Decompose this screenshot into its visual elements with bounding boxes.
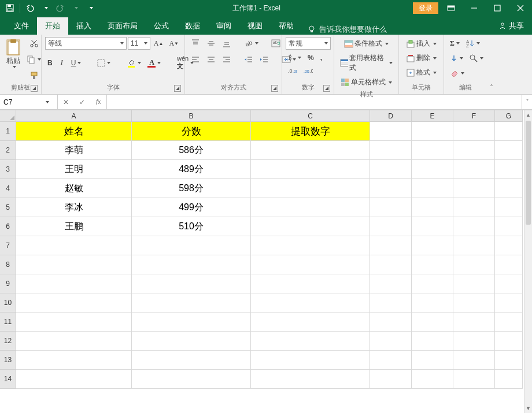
formula-input[interactable] (107, 95, 522, 109)
cell-C4[interactable] (251, 179, 370, 198)
cell-A6[interactable]: 王鹏 (16, 217, 132, 236)
insert-function-button[interactable]: fx (90, 98, 106, 106)
underline-button[interactable]: U (69, 57, 84, 69)
row-header-3[interactable]: 3 (0, 160, 16, 179)
cell-F4[interactable] (453, 179, 495, 198)
tab-insert[interactable]: 插入 (68, 17, 99, 35)
undo-dropdown[interactable] (39, 2, 51, 14)
cell-C11[interactable] (251, 312, 370, 332)
format-painter-button[interactable] (24, 69, 43, 82)
ribbon-display-button[interactable] (439, 0, 463, 16)
cell-G4[interactable] (495, 179, 523, 198)
cell-F12[interactable] (453, 332, 495, 351)
clipboard-dialog-launcher[interactable]: ◢ (31, 85, 38, 92)
row-header-11[interactable]: 11 (0, 312, 16, 332)
cell-A1[interactable]: 姓名 (16, 122, 132, 141)
clear-button[interactable] (448, 67, 467, 80)
name-box-input[interactable] (3, 98, 44, 106)
col-header-C[interactable]: C (251, 110, 370, 122)
cell-D13[interactable] (370, 351, 412, 370)
borders-button[interactable] (95, 57, 113, 69)
find-select-button[interactable] (467, 52, 486, 65)
col-header-D[interactable]: D (370, 110, 412, 122)
insert-cells-button[interactable]: 插入 (402, 37, 440, 50)
cell-E7[interactable] (412, 236, 453, 255)
font-color-button[interactable]: A (147, 56, 163, 70)
cell-D5[interactable] (370, 198, 412, 217)
tab-view[interactable]: 视图 (239, 17, 271, 35)
cell-F6[interactable] (453, 217, 495, 236)
undo-button[interactable] (24, 2, 36, 14)
cell-F11[interactable] (453, 312, 495, 332)
cut-button[interactable] (24, 37, 43, 50)
redo-dropdown[interactable] (69, 2, 82, 14)
cell-A5[interactable]: 李冰 (16, 198, 132, 217)
cell-B11[interactable] (132, 312, 251, 332)
cell-D7[interactable] (370, 236, 412, 255)
align-right-button[interactable] (220, 53, 234, 66)
close-button[interactable] (509, 0, 532, 16)
cell-B2[interactable]: 586分 (132, 141, 251, 160)
cell-E3[interactable] (412, 160, 453, 179)
cell-D10[interactable] (370, 293, 412, 312)
format-cells-button[interactable]: 格式 (402, 66, 440, 79)
decrease-decimal-button[interactable]: .00.0 (301, 66, 315, 76)
cell-D4[interactable] (370, 179, 412, 198)
cell-B12[interactable] (132, 332, 251, 351)
name-box[interactable] (0, 95, 58, 109)
cell-E9[interactable] (412, 274, 453, 293)
cell-D8[interactable] (370, 255, 412, 274)
row-header-1[interactable]: 1 (0, 122, 16, 141)
cell-E1[interactable] (412, 122, 453, 141)
row-header-2[interactable]: 2 (0, 141, 16, 160)
cell-G13[interactable] (495, 351, 523, 370)
col-header-B[interactable]: B (132, 110, 251, 122)
col-header-G[interactable]: G (495, 110, 523, 122)
scroll-up-button[interactable]: ▲ (524, 110, 532, 120)
autosum-button[interactable]: Σ (448, 38, 462, 50)
cell-F14[interactable] (453, 370, 495, 389)
percent-button[interactable]: % (305, 52, 316, 64)
cell-B14[interactable] (132, 370, 251, 389)
row-header-4[interactable]: 4 (0, 179, 16, 198)
currency-button[interactable]: ₿ (286, 52, 304, 64)
align-center-button[interactable] (204, 53, 218, 66)
cell-G7[interactable] (495, 236, 523, 255)
tab-file[interactable]: 文件 (6, 17, 37, 35)
cell-B6[interactable]: 510分 (132, 217, 251, 236)
cell-B10[interactable] (132, 293, 251, 312)
cell-E8[interactable] (412, 255, 453, 274)
cell-E13[interactable] (412, 351, 453, 370)
cell-D2[interactable] (370, 141, 412, 160)
alignment-dialog-launcher[interactable]: ◢ (271, 85, 278, 92)
italic-button[interactable]: I (58, 57, 65, 69)
cell-F13[interactable] (453, 351, 495, 370)
cell-F1[interactable] (453, 122, 495, 141)
scroll-thumb[interactable] (526, 121, 531, 225)
cell-D3[interactable] (370, 160, 412, 179)
cell-E6[interactable] (412, 217, 453, 236)
vertical-scrollbar[interactable]: ▲ ▼ (524, 110, 532, 413)
col-header-A[interactable]: A (16, 110, 132, 122)
cell-F3[interactable] (453, 160, 495, 179)
cell-C2[interactable] (251, 141, 370, 160)
font-dialog-launcher[interactable]: ◢ (174, 85, 181, 92)
fill-color-button[interactable] (124, 57, 143, 69)
row-header-5[interactable]: 5 (0, 198, 16, 217)
font-name-select[interactable]: 等线 (45, 37, 127, 50)
cell-C9[interactable] (251, 274, 370, 293)
cell-C13[interactable] (251, 351, 370, 370)
col-header-F[interactable]: F (453, 110, 495, 122)
delete-cells-button[interactable]: 删除 (402, 51, 440, 65)
cell-D11[interactable] (370, 312, 412, 332)
cell-B3[interactable]: 489分 (132, 160, 251, 179)
bold-button[interactable]: B (45, 57, 55, 69)
align-left-button[interactable] (189, 53, 202, 66)
tab-home[interactable]: 开始 (37, 17, 68, 35)
col-header-E[interactable]: E (412, 110, 453, 122)
cell-C8[interactable] (251, 255, 370, 274)
cell-G5[interactable] (495, 198, 523, 217)
select-all-button[interactable] (0, 110, 16, 122)
comma-button[interactable]: , (318, 52, 324, 64)
cell-B9[interactable] (132, 274, 251, 293)
